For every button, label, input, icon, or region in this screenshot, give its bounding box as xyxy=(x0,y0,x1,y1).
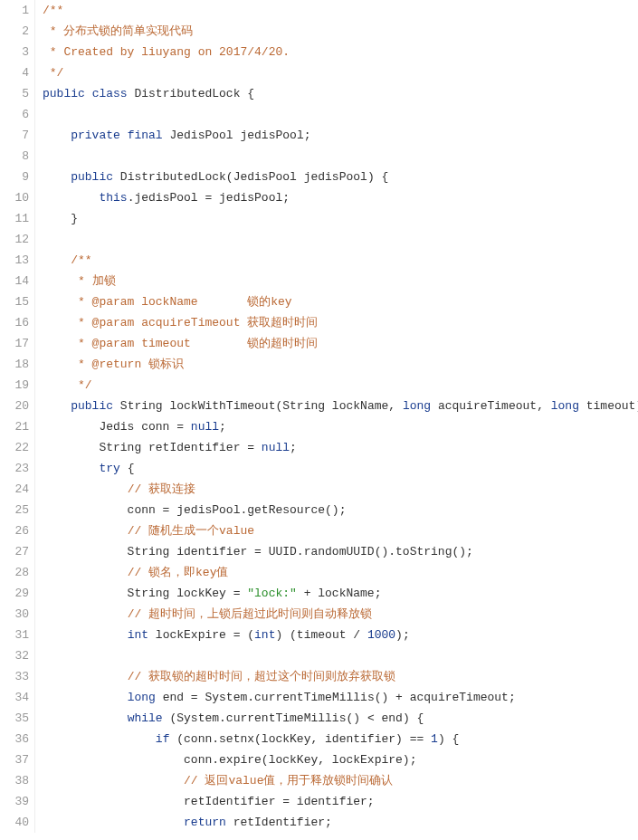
code-line[interactable]: */ xyxy=(43,62,638,83)
code-token: DistributedLock { xyxy=(128,87,254,100)
code-line[interactable]: */ xyxy=(43,375,638,396)
code-token xyxy=(43,711,128,725)
code-token: long xyxy=(128,691,156,704)
code-token: int xyxy=(128,628,148,642)
line-number: 18 xyxy=(0,354,29,375)
code-token: + lockName; xyxy=(297,587,382,600)
line-number: 2 xyxy=(0,21,29,42)
code-line[interactable]: if (conn.setnx(lockKey, identifier) == 1… xyxy=(43,729,638,749)
code-line[interactable]: return retIdentifier; xyxy=(43,812,638,833)
code-line[interactable]: /** xyxy=(43,0,638,21)
code-area[interactable]: /** * 分布式锁的简单实现代码 * Created by liuyang o… xyxy=(35,0,638,833)
line-number: 28 xyxy=(0,562,29,583)
line-number: 40 xyxy=(0,812,29,833)
line-number: 34 xyxy=(0,687,29,708)
code-line[interactable]: public class DistributedLock { xyxy=(43,83,638,104)
code-line[interactable]: private final JedisPool jedisPool; xyxy=(43,125,638,146)
code-line[interactable]: // 随机生成一个value xyxy=(43,520,638,541)
code-line[interactable] xyxy=(43,645,638,666)
line-number: 32 xyxy=(0,645,29,666)
line-number: 14 xyxy=(0,271,29,291)
code-token: JedisPool jedisPool; xyxy=(163,129,311,142)
line-number: 22 xyxy=(0,437,29,458)
line-number: 1 xyxy=(0,0,29,21)
code-line[interactable]: * @param timeout 锁的超时时间 xyxy=(43,333,638,354)
code-line[interactable]: * 加锁 xyxy=(43,271,638,291)
line-number: 20 xyxy=(0,396,29,416)
code-line[interactable]: long end = System.currentTimeMillis() + … xyxy=(43,687,638,708)
code-token: conn.expire(lockKey, lockExpire); xyxy=(43,753,416,767)
code-token: 1000 xyxy=(367,628,395,642)
code-line[interactable]: while (System.currentTimeMillis() < end)… xyxy=(43,708,638,729)
code-token: lockExpire = ( xyxy=(148,628,254,642)
line-number: 36 xyxy=(0,729,29,749)
code-token: // 返回value值，用于释放锁时间确认 xyxy=(184,774,393,788)
code-line[interactable]: // 获取连接 xyxy=(43,479,638,500)
code-line[interactable]: * 分布式锁的简单实现代码 xyxy=(43,21,638,42)
code-line[interactable]: // 锁名，即key值 xyxy=(43,562,638,583)
code-line[interactable]: String retIdentifier = null; xyxy=(43,437,638,458)
code-line[interactable]: public DistributedLock(JedisPool jedisPo… xyxy=(43,167,638,187)
line-number: 17 xyxy=(0,333,29,354)
code-line[interactable]: try { xyxy=(43,458,638,479)
line-number: 27 xyxy=(0,541,29,562)
code-token: ; xyxy=(219,420,226,434)
code-line[interactable]: * @return 锁标识 xyxy=(43,354,638,375)
code-line[interactable]: // 获取锁的超时时间，超过这个时间则放弃获取锁 xyxy=(43,666,638,687)
line-number: 5 xyxy=(0,83,29,104)
code-token xyxy=(43,462,99,475)
line-number: 31 xyxy=(0,625,29,645)
code-line[interactable]: String lockKey = "lock:" + lockName; xyxy=(43,583,638,604)
code-line[interactable]: String identifier = UUID.randomUUID().to… xyxy=(43,541,638,562)
line-number: 12 xyxy=(0,229,29,250)
code-line[interactable] xyxy=(43,229,638,250)
code-line[interactable] xyxy=(43,104,638,125)
code-token: conn = jedisPool.getResource(); xyxy=(43,503,346,517)
line-number: 23 xyxy=(0,458,29,479)
code-token: retIdentifier = identifier; xyxy=(43,795,375,808)
code-line[interactable]: // 超时时间，上锁后超过此时间则自动释放锁 xyxy=(43,604,638,625)
code-line[interactable]: // 返回value值，用于释放锁时间确认 xyxy=(43,770,638,791)
code-line[interactable]: retIdentifier = identifier; xyxy=(43,791,638,812)
code-line[interactable]: int lockExpire = (int) (timeout / 1000); xyxy=(43,625,638,645)
line-number: 33 xyxy=(0,666,29,687)
line-number: 9 xyxy=(0,167,29,187)
code-line[interactable]: conn.expire(lockKey, lockExpire); xyxy=(43,749,638,770)
line-number: 3 xyxy=(0,42,29,62)
code-token: public xyxy=(43,87,85,100)
code-token: String retIdentifier = xyxy=(43,441,262,454)
code-token: // 锁名，即key值 xyxy=(128,566,229,579)
code-token: Jedis conn = xyxy=(43,420,191,434)
code-line[interactable]: Jedis conn = null; xyxy=(43,416,638,437)
code-line[interactable]: public String lockWithTimeout(String loc… xyxy=(43,396,638,416)
code-token: * 加锁 xyxy=(43,274,116,288)
line-number: 8 xyxy=(0,146,29,167)
code-line[interactable]: /** xyxy=(43,250,638,271)
code-line[interactable]: * @param lockName 锁的key xyxy=(43,291,638,312)
code-token: timeout) { xyxy=(579,399,638,413)
line-number: 7 xyxy=(0,125,29,146)
code-line[interactable]: this.jedisPool = jedisPool; xyxy=(43,187,638,208)
line-number: 10 xyxy=(0,187,29,208)
code-line[interactable] xyxy=(43,146,638,167)
code-line[interactable]: } xyxy=(43,208,638,229)
code-line[interactable]: * @param acquireTimeout 获取超时时间 xyxy=(43,312,638,333)
code-token: } xyxy=(43,212,78,225)
line-number: 26 xyxy=(0,520,29,541)
code-token xyxy=(43,816,184,829)
code-token xyxy=(43,732,156,746)
code-token: end = System.currentTimeMillis() + acqui… xyxy=(156,691,516,704)
code-line[interactable]: conn = jedisPool.getResource(); xyxy=(43,500,638,520)
code-token: * Created by liuyang on 2017/4/20. xyxy=(43,45,290,59)
line-number: 16 xyxy=(0,312,29,333)
code-token: while xyxy=(128,711,163,725)
code-line[interactable]: * Created by liuyang on 2017/4/20. xyxy=(43,42,638,62)
code-token xyxy=(43,399,71,413)
code-token xyxy=(43,129,71,142)
code-token: retIdentifier; xyxy=(226,816,332,829)
code-token xyxy=(43,524,128,538)
code-token: String lockWithTimeout(String lockName, xyxy=(113,399,403,413)
line-number: 25 xyxy=(0,500,29,520)
code-token: 1 xyxy=(431,732,438,746)
line-number: 30 xyxy=(0,604,29,625)
